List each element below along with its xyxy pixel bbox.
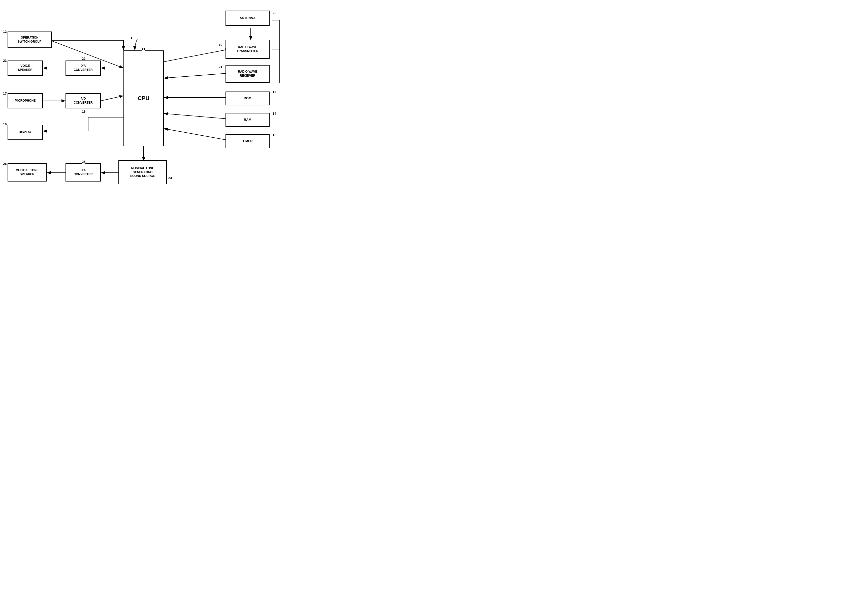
- voice-speaker-block: VOICESPEAKER: [7, 60, 43, 76]
- timer-block: TIMER: [225, 135, 270, 148]
- cpu-block: CPU: [124, 51, 164, 146]
- ad-converter-block: A/DCONVERTER: [66, 93, 101, 108]
- block-diagram: CPU OPERATIONSWITCH GROUP VOICESPEAKER D…: [0, 0, 302, 209]
- ref-18: 18: [82, 110, 85, 114]
- da-converter-22-block: D/ACONVERTER: [66, 60, 101, 76]
- ref-13: 13: [273, 90, 276, 94]
- ref-24: 24: [168, 176, 172, 180]
- svg-line-8: [101, 96, 124, 101]
- ref-11: 11: [142, 47, 145, 51]
- ref-12: 12: [3, 30, 6, 33]
- display-block: DISPLAY: [7, 125, 43, 140]
- ref-26: 26: [3, 162, 6, 166]
- svg-line-13: [164, 49, 229, 62]
- ref-20: 20: [273, 11, 276, 15]
- ref-21: 21: [219, 65, 222, 69]
- radio-wave-receiver-block: RADIO WAVERECEIVER: [225, 65, 270, 83]
- microphone-block: MICROPHONE: [7, 93, 43, 108]
- ref-19: 19: [219, 43, 222, 46]
- ref-23: 23: [3, 59, 6, 63]
- operation-switch-block: OPERATIONSWITCH GROUP: [7, 31, 52, 48]
- ref-25: 25: [82, 160, 85, 164]
- svg-line-20: [164, 114, 229, 119]
- ref-16: 16: [3, 122, 6, 126]
- da-converter-25-block: D/ACONVERTER: [66, 163, 101, 181]
- ref-1: 1: [131, 36, 132, 40]
- ref-22: 22: [82, 57, 85, 60]
- ref-14: 14: [273, 112, 276, 115]
- svg-line-21: [164, 129, 229, 141]
- ram-block: RAM: [225, 113, 270, 127]
- ref-15: 15: [273, 133, 276, 137]
- svg-line-14: [164, 73, 229, 78]
- rom-block: ROM: [225, 91, 270, 105]
- ref-17: 17: [3, 91, 6, 95]
- musical-tone-source-block: MUSICAL TONEGENERATINGSOUND SOURCE: [118, 160, 167, 184]
- musical-tone-speaker-block: MUSICAL TONESPEAKER: [7, 163, 46, 181]
- antenna-block: ANTENNA: [225, 10, 270, 26]
- radio-wave-transmitter-block: RADIO WAVETRANSMITTER: [225, 40, 270, 59]
